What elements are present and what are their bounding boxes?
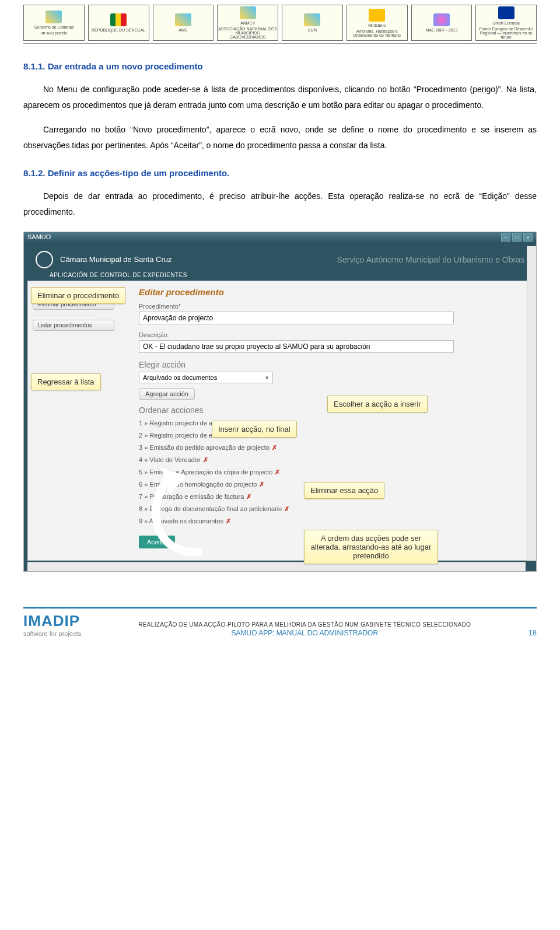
org-name: Câmara Municipal de Santa Cruz [60, 255, 172, 264]
horizontal-scrollbar[interactable] [27, 562, 526, 571]
delete-action-icon[interactable]: ✗ [203, 456, 208, 463]
logo-mac: MAC 2007 - 2013 [411, 5, 473, 41]
delete-action-icon[interactable]: ✗ [272, 444, 277, 451]
callout-delete-action: Eliminar essa acção [304, 482, 384, 499]
app-subheading: APLICACIÓN DE CONTROL DE EXPEDIENTES [24, 272, 536, 281]
logo-anmcv: ANMCVASSOCIAÇÃO NACIONAL DOS MUNICÍPIOS … [217, 5, 278, 41]
logo-gobierno-canarias: Gobierno de Canariasun solo pueblo [23, 5, 85, 41]
logo-cun: CUN [282, 5, 343, 41]
logo-ams: AMS [153, 5, 214, 41]
window-minimize-icon[interactable]: – [501, 233, 510, 242]
reorder-drag-arrow-icon [138, 467, 214, 563]
delete-action-icon[interactable]: ✗ [275, 469, 280, 476]
footer-brand: IMADIP software for projects [23, 612, 81, 637]
callout-choose-action: Escolher a acção a inserir [327, 396, 428, 412]
vertical-scrollbar[interactable] [527, 246, 536, 561]
list-item[interactable]: 1 » Registro projecto de arquitectura✗ [139, 417, 520, 429]
window-close-icon[interactable]: × [523, 233, 533, 242]
section-heading-811: 8.1.1. Dar entrada a um novo procediment… [23, 61, 537, 71]
field-label-procedure: Procedimento* [139, 303, 520, 310]
field-label-description: Descrição [139, 331, 520, 338]
footer-title-block: REALIZAÇÃO DE UMA ACÇÃO-PILOTO PARA A ME… [138, 621, 471, 637]
list-procedures-button[interactable]: Listar procedimentos [33, 320, 114, 331]
delete-action-icon[interactable]: ✗ [226, 518, 231, 525]
sidebar: Menú Eliminar procedimento Listar proced… [28, 281, 127, 560]
delete-action-icon[interactable]: ✗ [284, 505, 289, 512]
window-titlebar: SAMUO – □ × [24, 232, 536, 243]
section-heading-812: 8.1.2. Definir as acções-tipo de um proc… [23, 168, 537, 178]
municipality-emblem-icon [36, 251, 53, 268]
logo-senegal: RÉPUBLIQUE DU SÉNÉGAL [88, 5, 149, 41]
logo-ministerio: MinistérioAmbiente, Habitação e Ordename… [346, 5, 408, 41]
choose-action-heading: Elegir acción [139, 360, 520, 369]
procedure-description-input[interactable]: OK - El ciudadano trae su propio proyect… [139, 340, 454, 353]
procedure-name-input[interactable]: Aprovação de projecto [139, 312, 454, 324]
edit-procedure-heading: Editar procedimento [139, 287, 520, 297]
window-title: SAMUO [27, 233, 51, 242]
paragraph: Carregando no botão “Novo procedimento”,… [23, 122, 537, 153]
list-item[interactable]: 4 » Visto do Vereador✗ [139, 454, 520, 466]
service-name: Serviço Autónomo Municipal do Urbanismo … [337, 255, 524, 264]
callout-reorder-actions: A ordem das acções pode ser alterada, ar… [304, 530, 438, 564]
delete-action-icon[interactable]: ✗ [246, 493, 251, 500]
list-item[interactable]: 2 » Registro projecto de estabilidad✗ [139, 429, 520, 442]
window-maximize-icon[interactable]: □ [512, 233, 522, 242]
page-footer: IMADIP software for projects REALIZAÇÃO … [23, 607, 537, 637]
paragraph: Depois de dar entrada ao procedimento, é… [23, 188, 537, 219]
add-action-button[interactable]: Agregar acción [139, 388, 195, 400]
action-select[interactable]: Arquivado os documentos [139, 372, 273, 383]
callout-insert-action: Inserir acção, no final [212, 421, 297, 438]
paragraph: No Menu de configuração pode aceder-se à… [23, 82, 537, 113]
partner-logo-strip: Gobierno de Canariasun solo pueblo RÉPUB… [23, 0, 537, 44]
list-item[interactable]: 3 » Emissão do pedido aprovação de proje… [139, 442, 520, 454]
screenshot-frame: SAMUO – □ × Câmara Municipal de Santa Cr… [23, 232, 537, 572]
callout-eliminate-procedure: Eliminar o procedimento [31, 287, 125, 304]
separator [33, 316, 96, 316]
delete-action-icon[interactable]: ✗ [259, 481, 264, 488]
page-number: 18 [528, 628, 537, 637]
callout-back-to-list: Regressar à lista [31, 373, 101, 390]
logo-feder: Unión EuropeaFondo Europeo de Desarrollo… [475, 5, 537, 41]
